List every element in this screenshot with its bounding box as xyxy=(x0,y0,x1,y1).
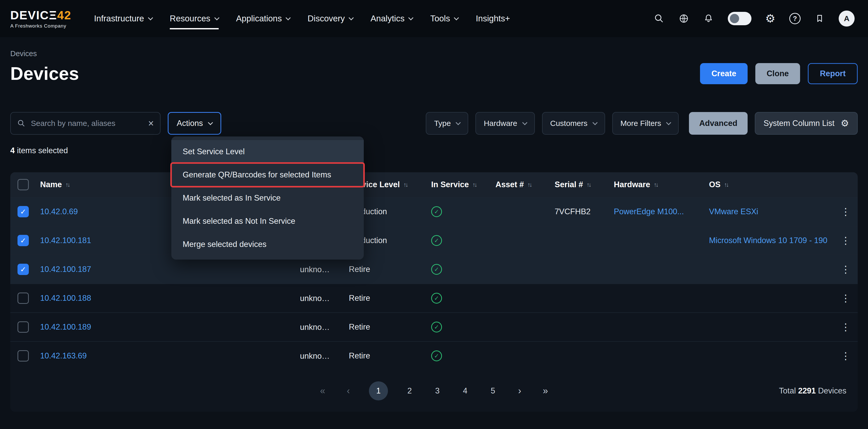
user-avatar[interactable]: A xyxy=(839,10,855,27)
kebab-menu-icon[interactable]: ⋮ xyxy=(838,292,854,304)
menu-item-mark-selected-as-in-service[interactable]: Mark selected as In Service xyxy=(171,187,364,209)
theme-toggle[interactable] xyxy=(728,12,751,25)
bookmark-icon[interactable] xyxy=(814,13,825,24)
search-icon[interactable] xyxy=(654,13,664,24)
menu-item-generate-qr-barcodes-for-selected-items[interactable]: Generate QR/Barcodes for selected Items xyxy=(171,163,364,187)
filter-type[interactable]: Type xyxy=(426,112,468,135)
nav-item-resources[interactable]: Resources xyxy=(170,0,219,37)
device-name-link[interactable]: 10.42.100.188 xyxy=(40,293,91,303)
menu-item-mark-selected-as-not-in-service[interactable]: Mark selected as Not In Service xyxy=(171,209,364,233)
table-row: ✓10.42.100.181Production✓Microsoft Windo… xyxy=(10,226,858,255)
row-checkbox[interactable]: ✓ xyxy=(18,206,29,217)
column-header-in-service[interactable]: In Service↑↓ xyxy=(427,172,491,197)
pagination-page-5[interactable]: 5 xyxy=(487,386,499,396)
notifications-bell-icon[interactable] xyxy=(703,13,714,24)
nav-item-label: Tools xyxy=(430,13,450,23)
kebab-menu-icon[interactable]: ⋮ xyxy=(838,321,854,333)
table-row: ✓10.42.0.69Production✓7VCFHB2PowerEdge M… xyxy=(10,197,858,226)
help-icon[interactable]: ? xyxy=(789,13,801,24)
check-glyph: ✓ xyxy=(434,237,439,244)
device-name-link[interactable]: 10.42.0.69 xyxy=(40,207,78,216)
nav-item-analytics[interactable]: Analytics xyxy=(370,0,413,37)
create-button[interactable]: Create xyxy=(700,63,748,84)
row-actions-cell: ⋮ xyxy=(834,313,858,341)
report-button[interactable]: Report xyxy=(808,63,858,84)
system-column-list-button[interactable]: System Column List ⚙ xyxy=(755,112,858,135)
row-checkbox[interactable] xyxy=(18,350,29,362)
asset-cell xyxy=(491,284,551,312)
filter-customers[interactable]: Customers xyxy=(542,112,605,135)
asset-cell xyxy=(491,226,551,255)
service-level-cell: Retire xyxy=(345,342,427,370)
menu-item-set-service-level[interactable]: Set Service Level xyxy=(171,140,364,163)
row-checkbox[interactable] xyxy=(18,321,29,333)
globe-icon[interactable] xyxy=(678,13,689,24)
in-service-cell: ✓ xyxy=(427,226,491,255)
nav-item-applications[interactable]: Applications xyxy=(236,0,290,37)
gear-icon: ⚙ xyxy=(841,119,849,128)
nav-item-insights[interactable]: Insights+ xyxy=(476,0,510,37)
os-link[interactable]: Microsoft Windows 10 1709 - 190 xyxy=(709,236,827,245)
pagination-next[interactable]: › xyxy=(515,385,525,396)
os-link[interactable]: VMware ESXi xyxy=(709,207,758,216)
breadcrumb[interactable]: Devices xyxy=(10,50,858,58)
row-checkbox[interactable]: ✓ xyxy=(18,235,29,246)
clone-button[interactable]: Clone xyxy=(755,63,800,84)
table-row: ✓10.42.100.187unknownRetire✓⋮ xyxy=(10,255,858,284)
device-name-link[interactable]: 10.42.163.69 xyxy=(40,351,87,361)
table-row: 10.42.100.188unknownRetire✓⋮ xyxy=(10,284,858,312)
check-glyph: ✓ xyxy=(434,295,439,302)
row-checkbox[interactable] xyxy=(18,292,29,304)
selection-status: 4 items selected xyxy=(10,146,858,155)
nav-item-tools[interactable]: Tools xyxy=(430,0,458,37)
select-all-checkbox[interactable] xyxy=(18,179,29,190)
total-count: 2291 xyxy=(798,386,816,395)
pagination-page-4[interactable]: 4 xyxy=(459,386,471,396)
device-name-link[interactable]: 10.42.100.181 xyxy=(40,236,91,245)
column-header-serial[interactable]: Serial #↑↓ xyxy=(551,172,610,197)
nav-item-discovery[interactable]: Discovery xyxy=(307,0,353,37)
device-name-link[interactable]: 10.42.100.189 xyxy=(40,322,91,332)
menu-item-label: Merge selected devices xyxy=(183,240,267,249)
clear-search-icon[interactable]: × xyxy=(148,118,154,128)
pagination-last[interactable]: » xyxy=(540,385,551,396)
pagination-page-2[interactable]: 2 xyxy=(403,386,416,396)
kebab-menu-icon[interactable]: ⋮ xyxy=(838,350,854,362)
settings-gear-icon[interactable]: ⚙ xyxy=(765,13,775,24)
nav-item-label: Infrastructure xyxy=(94,13,144,23)
row-checkbox[interactable]: ✓ xyxy=(18,264,29,275)
actions-dropdown-menu: Set Service LevelGenerate QR/Barcodes fo… xyxy=(171,137,364,260)
kebab-menu-icon[interactable]: ⋮ xyxy=(838,264,854,275)
nav-item-label: Applications xyxy=(236,13,282,23)
hardware-link[interactable]: PowerEdge M100... xyxy=(614,207,684,216)
kebab-menu-icon[interactable]: ⋮ xyxy=(838,206,854,217)
in-service-cell: ✓ xyxy=(427,313,491,341)
nav-item-infrastructure[interactable]: Infrastructure xyxy=(94,0,152,37)
row-actions-cell: ⋮ xyxy=(834,284,858,312)
selection-text: items selected xyxy=(17,146,68,155)
advanced-button[interactable]: Advanced xyxy=(689,112,748,135)
hardware-cell: PowerEdge M100... xyxy=(610,198,705,226)
device-name-link[interactable]: 10.42.100.187 xyxy=(40,265,91,274)
filter-more-filters[interactable]: More Filters xyxy=(612,112,679,135)
pagination-page-3[interactable]: 3 xyxy=(431,386,443,396)
device42-logo[interactable]: DEVICΞ42 A Freshworks Company xyxy=(10,8,71,29)
pagination-prev[interactable]: ‹ xyxy=(343,385,353,396)
filter-hardware[interactable]: Hardware xyxy=(475,112,535,135)
column-header-asset[interactable]: Asset #↑↓ xyxy=(491,172,551,197)
serial-cell xyxy=(551,342,610,370)
actions-dropdown-button[interactable]: Actions xyxy=(168,112,221,135)
pagination-page-1[interactable]: 1 xyxy=(369,381,388,400)
row-checkbox-cell xyxy=(10,313,36,341)
toggle-knob xyxy=(730,14,739,23)
menu-item-merge-selected-devices[interactable]: Merge selected devices xyxy=(171,233,364,256)
hardware-cell xyxy=(610,226,705,255)
page-header: Devices Devices Create Clone Report xyxy=(0,37,868,84)
search-input[interactable] xyxy=(31,119,143,128)
column-header-hardware[interactable]: Hardware↑↓ xyxy=(610,172,705,197)
table-header-row: Name↑↓Type↑↓Service Level↑↓In Service↑↓A… xyxy=(10,172,858,197)
pagination-first[interactable]: « xyxy=(317,385,328,396)
serial-cell xyxy=(551,226,610,255)
kebab-menu-icon[interactable]: ⋮ xyxy=(838,235,854,246)
column-header-os[interactable]: OS↑↓ xyxy=(705,172,834,197)
